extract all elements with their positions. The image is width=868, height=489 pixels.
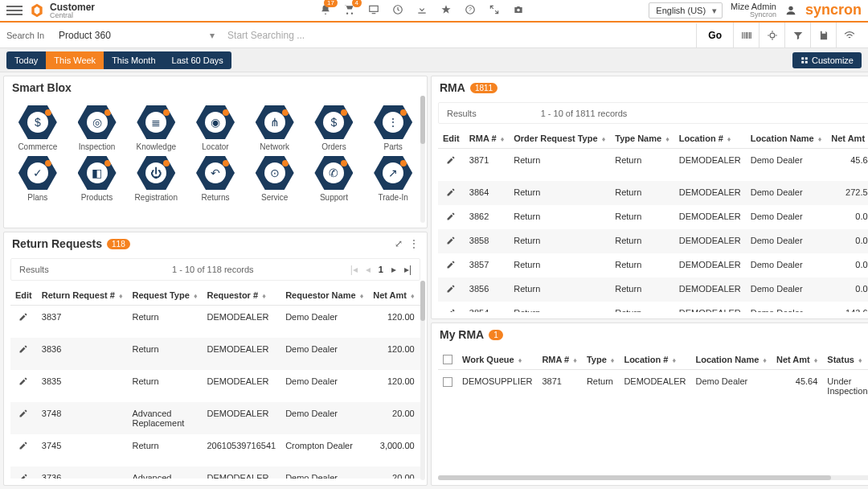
page-first-icon[interactable]: |◂ — [350, 264, 358, 275]
blox-item[interactable]: ⏻Registration — [127, 154, 185, 203]
column-header[interactable] — [438, 349, 457, 370]
scrollbar[interactable] — [420, 96, 425, 223]
customize-button[interactable]: Customize — [792, 52, 862, 68]
column-header[interactable]: Net Amt ♦ — [368, 286, 419, 306]
barcode-icon[interactable] — [733, 23, 759, 48]
column-header[interactable]: Edit — [438, 129, 465, 149]
table-row[interactable]: 3862 Return Return DEMODEALER Demo Deale… — [438, 205, 868, 229]
blox-item[interactable]: ↗Trade-In — [364, 154, 422, 203]
page-next-icon[interactable]: ▸ — [391, 264, 396, 275]
time-tab[interactable]: Today — [6, 51, 46, 69]
star-icon[interactable] — [440, 4, 452, 18]
notifications-icon[interactable]: 17 — [320, 4, 331, 18]
blox-item[interactable]: ⊙Service — [246, 154, 304, 203]
table-row[interactable]: 3748 Advanced Replacement DEMODEALER Dem… — [10, 402, 420, 434]
blox-item[interactable]: ◎Inspection — [68, 104, 126, 153]
user-avatar-icon[interactable] — [784, 4, 797, 17]
edit-icon[interactable] — [438, 205, 465, 229]
table-row[interactable]: 3857 Return Return DEMODEALER Demo Deale… — [438, 253, 868, 277]
filter-icon[interactable] — [784, 23, 810, 48]
column-header[interactable]: Requestor # ♦ — [202, 286, 280, 306]
edit-icon[interactable] — [10, 466, 37, 479]
column-header[interactable]: Work Queue ♦ — [457, 349, 537, 370]
table-row[interactable]: 3836 Return DEMODEALER Demo Dealer 120.0… — [10, 338, 420, 370]
column-header[interactable]: Request Type ♦ — [128, 286, 203, 306]
column-header[interactable]: Status ♦ — [822, 349, 868, 370]
save-icon[interactable] — [810, 23, 836, 48]
table-row[interactable]: 3745 Return 20610539716541 Crompton Deal… — [10, 434, 420, 466]
column-header[interactable]: Net Amt ♦ — [772, 349, 822, 370]
cart-icon[interactable]: 4 — [344, 4, 355, 18]
edit-icon[interactable] — [10, 338, 37, 370]
app-logo[interactable]: Customer Central — [29, 2, 95, 19]
blox-item[interactable]: ⋔Network — [246, 104, 304, 153]
scan-icon[interactable] — [759, 23, 784, 48]
language-select[interactable]: English (US) — [649, 2, 723, 18]
row-checkbox[interactable] — [443, 377, 452, 387]
clock-icon[interactable] — [392, 4, 403, 18]
edit-icon[interactable] — [10, 434, 37, 466]
edit-icon[interactable] — [438, 277, 465, 302]
blox-item[interactable]: ≣Knowledge — [127, 104, 185, 153]
select-all-checkbox[interactable] — [443, 355, 452, 364]
expand-icon[interactable] — [489, 4, 500, 18]
edit-icon[interactable] — [10, 402, 37, 434]
column-header[interactable]: Order Request Type ♦ — [509, 129, 610, 149]
blox-item[interactable]: ⋮Parts — [364, 104, 422, 153]
column-header[interactable]: Net Amt ♦ — [826, 129, 868, 149]
edit-icon[interactable] — [10, 370, 37, 402]
screen-icon[interactable] — [368, 4, 379, 18]
column-header[interactable]: Location # ♦ — [674, 129, 746, 149]
edit-icon[interactable] — [10, 306, 37, 339]
blox-item[interactable]: ↶Returns — [186, 154, 244, 203]
blox-item[interactable]: $Orders — [305, 104, 363, 153]
go-button[interactable]: Go — [696, 23, 733, 47]
table-row[interactable]: 3837 Return DEMODEALER Demo Dealer 120.0… — [10, 306, 420, 339]
page-last-icon[interactable]: ▸| — [404, 264, 411, 275]
table-row[interactable]: DEMOSUPPLIER 3871 Return DEMODEALER Demo… — [438, 370, 868, 403]
column-header[interactable]: Requestor Name ♦ — [280, 286, 368, 306]
download-icon[interactable] — [416, 4, 428, 18]
column-header[interactable]: Location Name ♦ — [746, 129, 827, 149]
edit-icon[interactable] — [438, 181, 465, 205]
time-tab[interactable]: Last 60 Days — [164, 51, 231, 69]
column-header[interactable]: Location # ♦ — [619, 349, 690, 370]
time-tab[interactable]: This Week — [46, 51, 104, 69]
scrollbar[interactable] — [420, 281, 425, 480]
blox-item[interactable]: ◉Locator — [186, 104, 244, 153]
time-tab[interactable]: This Month — [104, 51, 163, 69]
more-icon[interactable]: ⋮ — [409, 238, 419, 249]
column-header[interactable]: Edit — [10, 286, 37, 306]
search-category-select[interactable]: Product 360 — [52, 27, 221, 44]
hamburger-menu[interactable] — [6, 2, 23, 18]
blox-item[interactable]: ◧Products — [68, 154, 126, 203]
search-input[interactable] — [221, 25, 696, 46]
column-header[interactable]: RMA # ♦ — [465, 129, 509, 149]
user-info[interactable]: Mize Admin Syncron — [731, 2, 776, 19]
camera-icon[interactable] — [513, 4, 524, 18]
horizontal-scrollbar[interactable] — [438, 475, 868, 480]
table-row[interactable]: 3864 Return Return DEMODEALER Demo Deale… — [438, 181, 868, 205]
column-header[interactable]: Location Name ♦ — [690, 349, 772, 370]
blox-item[interactable]: $Commerce — [9, 104, 67, 153]
column-header[interactable]: Type Name ♦ — [610, 129, 674, 149]
help-icon[interactable]: ? — [465, 4, 476, 18]
maximize-icon[interactable]: ⤢ — [395, 238, 403, 249]
edit-icon[interactable] — [438, 229, 465, 253]
page-prev-icon[interactable]: ◂ — [366, 264, 371, 275]
wifi-icon[interactable] — [836, 23, 862, 48]
column-header[interactable]: Type ♦ — [582, 349, 620, 370]
column-header[interactable]: RMA # ♦ — [537, 349, 581, 370]
table-row[interactable]: 3854 Return Return DEMODEALER Demo Deale… — [438, 302, 868, 312]
edit-icon[interactable] — [438, 302, 465, 312]
edit-icon[interactable] — [438, 253, 465, 277]
table-row[interactable]: 3835 Return DEMODEALER Demo Dealer 120.0… — [10, 370, 420, 402]
table-row[interactable]: 3858 Return Return DEMODEALER Demo Deale… — [438, 229, 868, 253]
edit-icon[interactable] — [438, 149, 465, 182]
table-row[interactable]: 3856 Return Return DEMODEALER Demo Deale… — [438, 277, 868, 302]
table-row[interactable]: 3871 Return Return DEMODEALER Demo Deale… — [438, 149, 868, 182]
blox-item[interactable]: ✓Plans — [9, 154, 67, 203]
table-row[interactable]: 3736 Advanced DEMODEALER Demo Dealer 20.… — [10, 466, 420, 479]
column-header[interactable]: Return Request # ♦ — [37, 286, 128, 306]
blox-item[interactable]: ✆Support — [305, 154, 363, 203]
